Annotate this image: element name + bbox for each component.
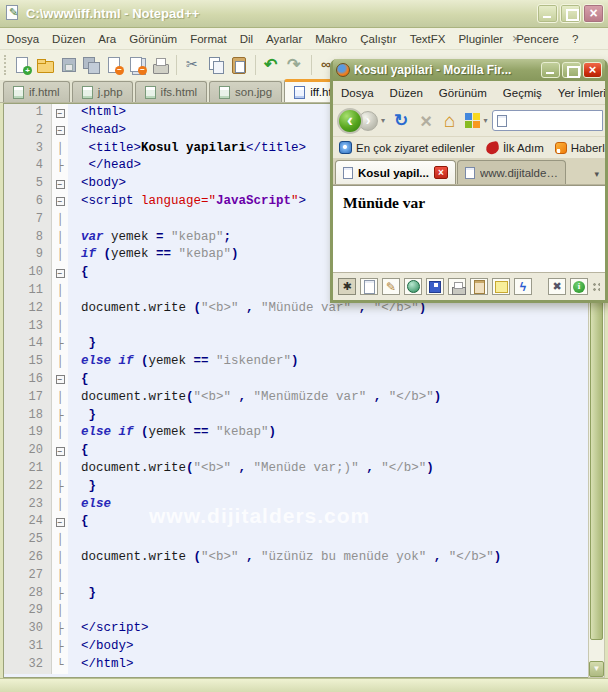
bookmark-item[interactable]: En çok ziyaret edilenler [339,141,475,154]
copy-icon[interactable] [206,55,226,75]
npp-menu-item[interactable]: Düzen [46,28,92,50]
ff-maximize-button[interactable] [562,62,581,78]
npp-minimize-button[interactable] [537,4,558,23]
fold-box-icon[interactable]: − [56,269,65,278]
line-number: 28 [4,585,52,603]
bookmark-item[interactable]: Haberler [555,142,605,154]
npp-menu-item[interactable]: Makro [309,28,354,50]
line-number: 1 [4,104,52,122]
floppy-icon[interactable] [426,278,444,295]
open-folder-icon[interactable] [35,55,55,75]
note-icon[interactable] [492,278,510,295]
cut-icon[interactable] [183,55,203,75]
fold-box-icon[interactable]: − [56,518,65,527]
line-number: 23 [4,496,52,514]
ff-menu-item[interactable]: Düzen [382,81,431,105]
fold-box-icon[interactable]: − [56,375,65,384]
code-text: } [68,335,96,353]
close-file-icon[interactable] [104,55,124,75]
ff-menubar-items: DosyaDüzenGörünümGeçmişYer İmleriA [333,81,605,104]
home-icon[interactable]: ⌂ [438,110,461,132]
line-number: 20 [4,442,52,460]
fold-box-icon[interactable]: − [56,197,65,206]
tools-icon[interactable] [548,278,566,295]
npp-menu-item[interactable]: TextFX [403,28,452,50]
fold-box-icon[interactable]: − [56,126,65,135]
npp-menu-item[interactable]: Dosya [0,28,46,50]
npp-close-button[interactable] [583,4,604,23]
npp-menu-item[interactable]: Çalıştır [354,28,403,50]
npp-titlebar[interactable]: ✎ C:\www\iff.html - Notepad++ [0,0,608,28]
npp-menu-item[interactable]: Ara [92,28,123,50]
code-line: 15│else if (yemek == "iskender") [4,353,588,371]
npp-tab[interactable]: ifs.html [135,81,207,102]
fold-marker[interactable]: − [52,104,68,122]
fold-marker[interactable]: − [52,175,68,193]
toolbar-grip[interactable] [4,55,7,75]
redo-icon[interactable] [285,55,305,75]
ff-menu-item[interactable]: Geçmiş [495,81,550,105]
new-file-icon[interactable] [12,55,32,75]
fold-marker[interactable]: − [52,264,68,282]
grid-dropdown-icon[interactable]: ▾ [480,116,490,125]
fold-marker[interactable]: − [52,122,68,140]
clipboard-icon[interactable] [470,278,488,295]
tab-list-dropdown-icon[interactable]: ▾ [590,169,605,184]
ff-close-button[interactable] [583,62,602,78]
bug-icon[interactable] [338,278,356,295]
fold-marker[interactable]: − [52,442,68,460]
file-icon [145,86,156,99]
scrollbar-down-arrow-icon[interactable]: ▼ [589,661,604,677]
npp-menu-item[interactable]: Dil [233,28,259,50]
npp-doc-close-icon[interactable]: × [512,28,520,50]
print-icon[interactable] [150,55,170,75]
bookmarks-grid-icon[interactable] [465,113,480,128]
npp-menu-item[interactable]: Görünüm [123,28,184,50]
ff-menu-item[interactable]: Görünüm [431,81,495,105]
globe-icon[interactable] [404,278,422,295]
info-icon[interactable] [570,278,588,295]
fold-box-icon[interactable]: − [56,447,65,456]
stop-icon[interactable]: × [414,111,438,131]
history-dropdown-icon[interactable]: ▾ [378,116,388,125]
bookmark-item[interactable]: İlk Adım [486,142,544,154]
fold-box-icon[interactable]: − [56,109,65,118]
save-all-icon[interactable] [81,55,101,75]
back-button[interactable]: ‹ [337,108,363,134]
firefox-tab[interactable]: www.dijitalders.... [457,160,566,184]
close-all-icon[interactable] [127,55,147,75]
reload-icon[interactable]: ↻ [388,110,414,131]
code-line: 32└</html> [4,656,588,674]
resize-grip-icon[interactable] [592,282,600,292]
npp-tab[interactable]: j.php [72,81,133,102]
fold-marker[interactable]: − [52,513,68,531]
printer-icon[interactable] [448,278,466,295]
lightning-icon[interactable] [514,278,532,295]
location-bar[interactable] [492,110,603,131]
line-number: 30 [4,620,52,638]
npp-menu-item[interactable]: Pluginler [452,28,510,50]
npp-menu-item[interactable]: Ayarlar [260,28,309,50]
ff-minimize-button[interactable] [541,62,560,78]
fold-box-icon[interactable]: − [56,180,65,189]
npp-menu-item[interactable]: Format [184,28,233,50]
fold-marker[interactable]: − [52,371,68,389]
paste-icon[interactable] [229,55,249,75]
firefox-tab[interactable]: Kosul yapil...× [335,160,456,184]
close-tab-icon[interactable]: × [434,166,448,179]
ff-menu-item[interactable]: Yer İmleri [550,81,605,105]
npp-menu-item[interactable]: ? [566,28,585,50]
ff-titlebar[interactable]: Kosul yapilari - Mozilla Fir... [333,59,605,81]
save-icon[interactable] [58,55,78,75]
ff-menu-item[interactable]: Dosya [333,81,382,105]
page-icon[interactable] [360,278,378,295]
npp-tab[interactable]: son.jpg [209,81,282,102]
npp-maximize-button[interactable] [560,4,581,23]
npp-menubar-items: DosyaDüzenAraGörünümFormatDilAyarlarMakr… [0,28,585,49]
fold-marker[interactable]: − [52,193,68,211]
pencil-icon[interactable] [382,278,400,295]
npp-tab[interactable]: if.html [3,81,70,102]
npp-menubar: DosyaDüzenAraGörünümFormatDilAyarlarMakr… [0,28,608,50]
ff-window-title: Kosul yapilari - Mozilla Fir... [354,63,541,77]
undo-icon[interactable] [262,55,282,75]
